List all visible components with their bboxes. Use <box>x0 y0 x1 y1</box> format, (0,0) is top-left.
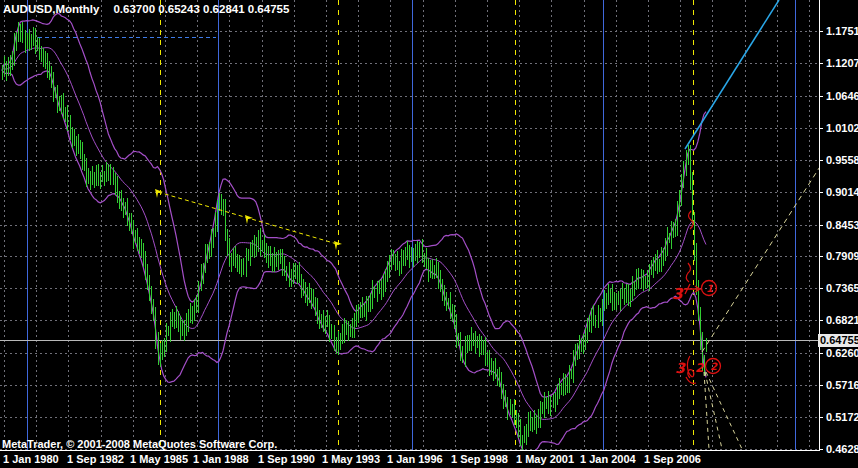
y-axis-tick-label: 1.12070 <box>826 57 858 69</box>
grid-horizontal <box>0 32 819 450</box>
plot-area[interactable]: 31322 <box>0 0 858 453</box>
khaki-fan-line[interactable] <box>705 372 722 449</box>
circled-1-text: 1 <box>706 283 713 294</box>
red-scribble-icon <box>686 377 696 383</box>
y-axis-tick-label: 0.68210 <box>826 314 858 326</box>
bollinger-upper-band <box>2 13 706 397</box>
x-axis-tick-label: 1 Sep 1990 <box>258 453 315 465</box>
y-axis-tick-label: 0.90140 <box>826 186 858 198</box>
metatrader-chart-window: 313221.175101.120701.064601.010200.95580… <box>0 0 858 468</box>
x-axis-tick-label: 1 May 2001 <box>516 453 574 465</box>
y-axis-tick-label: 0.95580 <box>826 154 858 166</box>
trendline-anchor-icon[interactable] <box>155 189 163 198</box>
y-axis-tick-label: 0.46280 <box>826 443 858 455</box>
x-axis-tick-label: 1 Jan 1980 <box>3 453 59 465</box>
wave-label-3-lower: 3 <box>675 360 686 376</box>
y-axis-tick-label: 0.62600 <box>826 347 858 359</box>
x-axis-tick-label: 1 May 1993 <box>322 453 380 465</box>
chart-canvas[interactable]: 313221.175101.120701.064601.010200.95580… <box>0 0 858 468</box>
x-axis-tick-label: 1 Sep 2006 <box>644 453 701 465</box>
ohlc-values: 0.63700 0.65243 0.62841 0.64755 <box>113 3 289 15</box>
x-axis-tick-label: 1 Jan 1988 <box>193 453 249 465</box>
red-arrow-icon <box>684 284 700 294</box>
bollinger-lower-band <box>2 70 706 453</box>
y-axis-tick-label: 0.84530 <box>826 219 858 231</box>
wave-label-3-upper: 3 <box>672 285 684 303</box>
x-axis-tick-label: 1 Jan 2004 <box>580 453 637 465</box>
x-axis-labels: 1 Jan 19801 Sep 19821 May 19851 Jan 1988… <box>3 453 701 465</box>
y-axis-tick-label: 1.06460 <box>826 90 858 102</box>
bollinger-bands <box>2 13 706 453</box>
x-axis-tick-label: 1 Sep 1998 <box>451 453 508 465</box>
khaki-fan-line[interactable] <box>706 372 742 449</box>
khaki-fan-line[interactable] <box>704 372 709 449</box>
circled-2-text: 2 <box>710 361 718 372</box>
red-scribble-icon <box>687 356 693 378</box>
y-axis-tick-label: 0.51720 <box>826 411 858 423</box>
bollinger-middle-band <box>2 48 706 420</box>
x-axis-tick-label: 1 Jan 1996 <box>387 453 443 465</box>
cyan-uptrend-line[interactable] <box>685 0 779 149</box>
red-scribble-icon <box>686 263 690 282</box>
y-axis-labels: 1.175101.120701.064601.010200.955800.901… <box>819 25 858 455</box>
x-axis-tick-label: 1 May 1985 <box>130 453 188 465</box>
copyright-text: MetaTrader, © 2001-2008 MetaQuotes Softw… <box>2 438 277 450</box>
y-axis-tick-label: 1.17510 <box>826 25 858 37</box>
chart-title: AUDUSD,Monthly0.63700 0.65243 0.62841 0.… <box>3 3 289 15</box>
current-price-tag: 0.64755 <box>818 334 858 347</box>
y-axis-tick-label: 0.57160 <box>826 379 858 391</box>
trendline-anchor-icon[interactable] <box>245 215 253 224</box>
y-axis-tick-label: 1.01020 <box>826 122 858 134</box>
y-axis-tick-label: 0.73650 <box>826 282 858 294</box>
symbol-period-label: AUDUSD,Monthly <box>3 3 99 15</box>
y-axis-tick-label: 0.79090 <box>826 250 858 262</box>
x-axis-tick-label: 1 Sep 1982 <box>67 453 124 465</box>
